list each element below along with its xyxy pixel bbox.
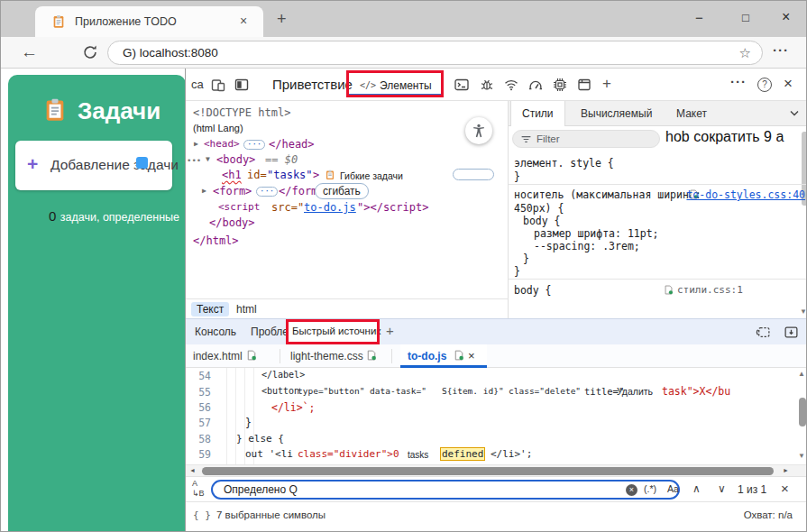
breadcrumb-item-html[interactable]: html	[236, 303, 257, 316]
expand-arrow-icon[interactable]: ▶	[202, 187, 206, 195]
expand-arrow-icon[interactable]: ▶	[194, 140, 198, 148]
browser-tab[interactable]: Приложение TODO ×	[35, 6, 263, 37]
css-file-icon	[664, 285, 674, 295]
tab-welcome[interactable]: Приветствие	[272, 77, 353, 92]
expand-drawer-icon[interactable]	[784, 325, 799, 340]
tab-computed[interactable]: Вычисляемый	[581, 107, 652, 120]
devtools-menu-button[interactable]: ···	[730, 74, 747, 89]
close-search-icon[interactable]: ×	[781, 481, 789, 496]
devtools-close-button[interactable]: ×	[784, 75, 793, 93]
chevron-down-icon[interactable]	[789, 110, 800, 117]
code-hscrollbar[interactable]: ◄ ►	[186, 464, 807, 476]
rule-body-selector[interactable]: body {	[514, 284, 552, 297]
script-src-link[interactable]: to-do.js	[304, 201, 356, 214]
code-hscrollbar-thumb[interactable]	[202, 467, 774, 475]
media-rule-line1[interactable]: носитель (максимальная ширина:	[514, 188, 702, 201]
refresh-button[interactable]	[82, 44, 98, 60]
new-tab-button[interactable]: +	[277, 10, 287, 29]
media-body-selector[interactable]: body {	[523, 215, 561, 227]
head-close-tag: </head>	[269, 138, 315, 151]
console-drawer-icon[interactable]	[454, 78, 469, 92]
source-code-editor[interactable]: 54 55 56 57 58 59 </label> <button type=…	[186, 368, 798, 464]
tab-elements[interactable]: Элементы	[380, 79, 432, 92]
address-bar[interactable]: G) localhost:8080 ☆	[107, 41, 763, 65]
drawer-status-bar: { } 7 выбранные символы Охват: n/a	[186, 501, 807, 532]
memory-cpu-icon[interactable]	[553, 78, 567, 92]
clear-search-icon[interactable]: ×	[626, 484, 637, 496]
collapsed-ellipsis-badge[interactable]: ···	[256, 187, 278, 197]
replace-toggle-icon[interactable]: A ↳B	[192, 479, 205, 499]
pseudo-class-toolbar-label[interactable]: hob сократить 9 a	[665, 129, 784, 145]
application-panel-icon[interactable]	[577, 78, 591, 92]
file-tab-light-theme-css[interactable]: light-theme.css	[290, 350, 363, 362]
search-input-pill[interactable]: × (.*) Aa	[211, 480, 680, 500]
back-button[interactable]: ←	[21, 42, 38, 62]
file-tab-to-do-js[interactable]: to-do.js	[408, 350, 446, 362]
file-tab-index-html[interactable]: index.html	[193, 350, 243, 362]
search-input[interactable]	[224, 482, 611, 497]
debugger-bug-icon[interactable]	[480, 78, 494, 92]
next-match-button[interactable]: ∨	[718, 482, 726, 495]
file-tab-close-icon[interactable]: ×	[468, 349, 475, 362]
tab-close-icon[interactable]: ×	[240, 14, 247, 28]
dom-doctype[interactable]: <!DOCTYPE html>	[193, 106, 290, 119]
tab-quick-source[interactable]: Быстрый источник	[292, 326, 381, 336]
tab-console[interactable]: Консоль	[195, 326, 236, 338]
translation-empty-pill	[453, 169, 494, 180]
more-tabs-plus-icon[interactable]: +	[602, 75, 611, 93]
inspect-tool-label[interactable]: ca	[191, 78, 204, 91]
network-wifi-icon[interactable]	[504, 78, 518, 92]
indent-guide	[235, 368, 236, 464]
scroll-down-arrow-icon[interactable]: ▼	[798, 452, 805, 460]
tab-layout[interactable]: Макет	[676, 107, 707, 120]
code-token: Удалить	[617, 386, 653, 397]
code-vscrollbar-thumb[interactable]	[799, 398, 806, 427]
regex-toggle[interactable]: (.*)	[644, 483, 656, 494]
body-close-tag[interactable]: </body>	[209, 216, 255, 229]
dock-drawer-icon[interactable]	[756, 325, 771, 340]
performance-gauge-icon[interactable]	[528, 78, 543, 92]
code-token-string: task">X</bu	[662, 385, 730, 398]
gutter-dots-icon[interactable]: •••	[187, 156, 201, 165]
breadcrumb-item-text[interactable]: Текст	[191, 302, 229, 316]
previous-match-button[interactable]: ∧	[692, 482, 701, 495]
device-emulation-icon[interactable]	[211, 78, 225, 92]
tab-styles[interactable]: Стили	[510, 101, 565, 126]
match-case-toggle[interactable]: Aa	[667, 483, 679, 494]
scroll-down-arrow-icon[interactable]: ▼	[800, 307, 807, 316]
media-source-link[interactable]: to-do-styles.css:40	[686, 188, 805, 201]
collapse-arrow-icon[interactable]: ▼	[206, 155, 210, 163]
css-property-spacing[interactable]: --spacing: .3rem;	[534, 240, 640, 252]
translation-pill: сгибать	[315, 183, 369, 199]
drawer-add-tab-plus-icon[interactable]: +	[386, 323, 394, 338]
favorites-star-icon[interactable]: ☆	[739, 45, 751, 61]
h1-open-tag: <h1	[222, 169, 242, 181]
scroll-left-arrow-icon[interactable]: ◄	[189, 467, 196, 473]
media-close: }	[514, 265, 520, 278]
dom-html-node[interactable]: (html Lang)	[193, 123, 243, 133]
h1-id-value: "tasks"	[267, 169, 313, 181]
address-url[interactable]: G) localhost:8080	[123, 46, 218, 60]
task-count: 0	[49, 208, 56, 224]
collapsed-ellipsis-badge[interactable]: ···	[243, 140, 265, 150]
window-minimize-button[interactable]: −	[695, 10, 703, 25]
css-property-font-size[interactable]: размер шрифта: 11pt;	[534, 227, 659, 240]
braces-icon[interactable]: { }	[193, 509, 211, 521]
browser-menu-button[interactable]: ···	[773, 42, 789, 58]
accessibility-person-button[interactable]	[465, 117, 492, 144]
code-token-string: class="divider">0	[298, 448, 399, 460]
scroll-up-arrow-icon[interactable]: ▲	[798, 370, 805, 378]
styles-filter-input[interactable]: Filter	[512, 130, 660, 148]
window-maximize-button[interactable]: □	[742, 11, 749, 24]
window-close-button[interactable]: ×	[782, 9, 790, 25]
body-source-link[interactable]: стили.css:1	[677, 284, 743, 296]
dock-side-icon[interactable]	[234, 78, 249, 92]
rule-element-style[interactable]: элемент. style {	[514, 157, 614, 170]
line-number: 59	[188, 448, 211, 461]
add-task-button[interactable]: + Добавление задачи	[15, 141, 172, 190]
todo-app-panel: Задачи + Добавление задачи 0 задачи, опр…	[8, 75, 186, 532]
scroll-right-arrow-icon[interactable]: ►	[783, 467, 789, 473]
help-button[interactable]: ?	[757, 78, 772, 92]
add-task-label: Добавление задачи	[50, 157, 179, 173]
html-close-tag[interactable]: </html>	[193, 234, 239, 247]
